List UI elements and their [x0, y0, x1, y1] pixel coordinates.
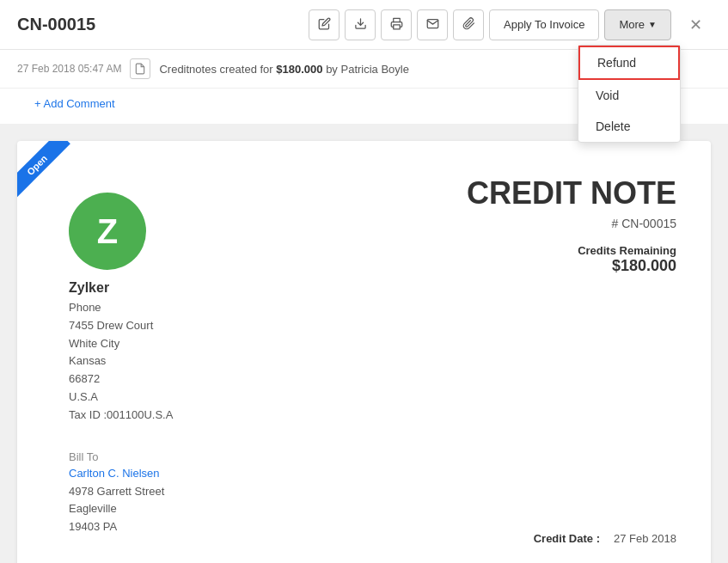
company-address-1: 7455 Drew Court: [69, 317, 173, 335]
header-actions: Apply To Invoice More ▼ ✕: [309, 9, 711, 40]
email-button[interactable]: [417, 9, 448, 40]
attach-icon: [462, 17, 475, 33]
bill-to-address: 4978 Garrett Street Eagleville 19403 PA: [69, 483, 676, 536]
bill-to-section: Bill To Carlton C. Nielsen 4978 Garrett …: [69, 450, 676, 536]
bill-to-name[interactable]: Carlton C. Nielsen: [69, 467, 676, 480]
email-icon: [426, 17, 439, 33]
company-address-4: 66872: [69, 370, 173, 389]
bill-to-address-2: Eagleville: [69, 500, 676, 518]
credits-remaining-label: Credits Remaining: [467, 244, 676, 257]
close-icon: ✕: [689, 15, 702, 34]
caret-down-icon: ▼: [648, 20, 657, 29]
document-title: CN-00015: [17, 15, 309, 34]
activity-author: by Patricia Boyle: [323, 63, 409, 76]
svg-rect-1: [393, 24, 400, 28]
document-card: Open Z Zylker Phone 7455 Drew Court Whit…: [17, 141, 711, 563]
close-button[interactable]: ✕: [680, 9, 711, 40]
activity-text: Creditnotes created for $180.000 by Patr…: [159, 63, 409, 76]
company-tax-id: Tax ID :001100U.S.A: [69, 407, 173, 425]
company-phone-label: Phone: [69, 299, 173, 317]
credit-date-row: Credit Date : 27 Feb 2018: [534, 532, 676, 545]
edit-button[interactable]: [309, 9, 340, 40]
company-address-5: U.S.A: [69, 389, 173, 407]
credit-note-title: CREDIT NOTE: [467, 175, 676, 211]
dropdown-item-delete[interactable]: Delete: [578, 111, 680, 142]
main-container: CN-00015: [0, 0, 728, 563]
activity-amount: $180.000: [276, 63, 322, 76]
activity-timestamp: 27 Feb 2018 05:47 AM: [17, 63, 121, 75]
activity-icon: [130, 58, 150, 79]
more-dropdown-menu: Refund Void Delete: [578, 45, 681, 143]
more-button[interactable]: More ▼: [604, 9, 671, 40]
more-label: More: [619, 18, 645, 31]
activity-text-prefix: Creditnotes created for: [159, 63, 276, 76]
avatar-letter: Z: [97, 212, 118, 251]
download-button[interactable]: [345, 9, 376, 40]
print-button[interactable]: [381, 9, 412, 40]
bill-to-label: Bill To: [69, 450, 676, 463]
download-icon: [354, 17, 367, 33]
credits-remaining-amount: $180.000: [467, 257, 676, 275]
dropdown-item-void[interactable]: Void: [578, 80, 680, 111]
company-address-3: Kansas: [69, 352, 173, 370]
apply-to-invoice-button[interactable]: Apply To Invoice: [489, 9, 599, 40]
apply-to-invoice-label: Apply To Invoice: [504, 18, 584, 31]
print-icon: [390, 17, 403, 33]
credit-note-header: CREDIT NOTE # CN-00015 Credits Remaining…: [467, 175, 676, 275]
document-area: Open Z Zylker Phone 7455 Drew Court Whit…: [0, 124, 728, 563]
credit-date-label: Credit Date :: [534, 532, 600, 545]
company-name: Zylker: [69, 280, 109, 296]
status-ribbon: Open: [17, 141, 86, 210]
bill-to-address-1: 4978 Garrett Street: [69, 483, 676, 501]
credit-date-value: 27 Feb 2018: [614, 532, 676, 545]
dropdown-item-refund[interactable]: Refund: [578, 46, 680, 80]
status-ribbon-label: Open: [17, 141, 70, 199]
company-info: Phone 7455 Drew Court White City Kansas …: [69, 299, 173, 425]
company-address-2: White City: [69, 335, 173, 353]
edit-icon: [318, 17, 331, 33]
attach-button[interactable]: [453, 9, 484, 40]
credit-note-number: # CN-00015: [467, 217, 676, 230]
add-comment-link[interactable]: + Add Comment: [17, 90, 132, 117]
header: CN-00015: [0, 0, 728, 50]
